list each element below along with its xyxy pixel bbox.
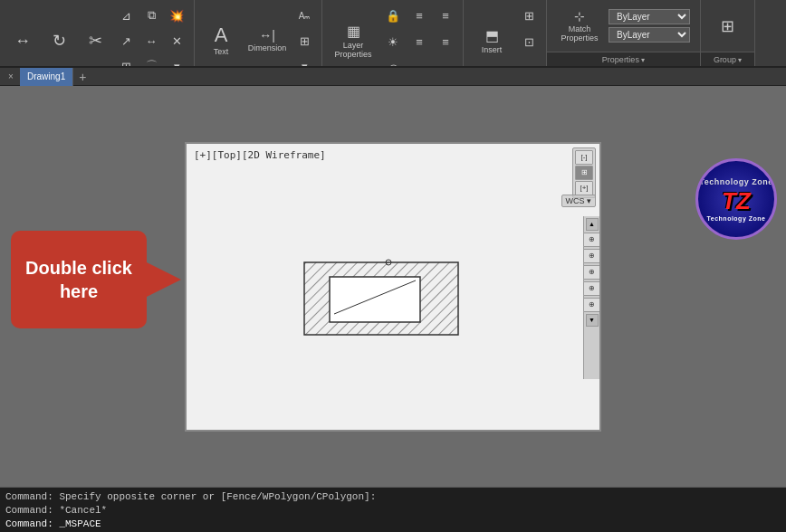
trim-button[interactable]: ✂ (78, 24, 112, 58)
tab-row: × Drawing1 + (0, 68, 786, 86)
tooltip-text: Double click here (11, 247, 147, 312)
ribbon-group-block: ⬒ Insert ⊞ ⊡ ▾ Block (464, 0, 547, 66)
scroll-btn-4[interactable]: ⊕ (583, 265, 601, 280)
dimension-button[interactable]: ↔| Dimension (244, 24, 290, 58)
scroll-up-btn[interactable]: ▲ (586, 218, 599, 231)
array-button[interactable]: ⊞ (114, 54, 138, 68)
modify-group-content: ↔ ↻ ✂ ⊿ ↗ ⊞ ⧉ ↔ ⌒ 💥 ✕ ▾ (0, 0, 194, 68)
group-button[interactable]: ⊞ (710, 9, 746, 43)
viewport-scrollbar[interactable]: ▲ ⊕ ⊕ ⊕ ⊕ ⊕ ▼ (583, 216, 599, 379)
viewport[interactable]: [+][Top][2D Wireframe] [-] ⊞ [+] WCS ▾ ▲… (185, 142, 601, 432)
layer-btn-2[interactable]: ☀ (381, 30, 405, 53)
ribbon-group-annotation: A Text ↔| Dimension Aₘ ⊞ ▾ Annotation (195, 0, 322, 66)
mirror-button[interactable]: ⊿ (114, 4, 138, 27)
tab-add-button[interactable]: + (75, 70, 90, 84)
layer-btn-8[interactable]: ≡ (434, 30, 457, 53)
scale-button[interactable]: ↗ (114, 29, 138, 52)
tab-close-icon[interactable]: × (4, 70, 18, 84)
ribbon: ↔ ↻ ✂ ⊿ ↗ ⊞ ⧉ ↔ ⌒ 💥 ✕ ▾ (0, 0, 786, 68)
block-btn-3[interactable]: ▾ (517, 56, 541, 68)
table-button[interactable]: ⊞ (292, 29, 316, 52)
ribbon-group-group: ⊞ Group (701, 0, 755, 66)
layer-btn-7[interactable]: ≡ (434, 4, 457, 27)
linetype-select[interactable]: ByLayer (609, 9, 690, 24)
properties-group-content: ⊹ Match Properties ByLayer ByLayer (547, 0, 700, 52)
rotate-button[interactable]: ↻ (42, 24, 76, 58)
group-content: ⊞ (701, 0, 754, 52)
tz-sub-text: Technology Zone (707, 215, 766, 222)
cmd-line-3: Command: _MSPACE (4, 518, 782, 530)
double-click-tooltip[interactable]: Double click here (11, 231, 147, 328)
match-properties-button[interactable]: ⊹ Match Properties (552, 6, 607, 46)
cmd-line-2: Command: *Cancel* (4, 504, 782, 517)
lineweight-select[interactable]: ByLayer (609, 27, 690, 43)
command-area: Command: Specify opposite corner or [Fen… (0, 487, 786, 532)
ribbon-group-modify: ↔ ↻ ✂ ⊿ ↗ ⊞ ⧉ ↔ ⌒ 💥 ✕ ▾ (0, 0, 195, 66)
properties-label[interactable]: Properties (547, 52, 700, 66)
layers-group-content: ▦ Layer Properties 🔒 ☀ ◎ ≡ ≡ ≡ ≡ ≡ ≡ (322, 0, 463, 68)
tab-drawing1[interactable]: Drawing1 (20, 68, 73, 86)
mtext-button[interactable]: Aₘ (292, 4, 316, 27)
layer-btn-4[interactable]: ≡ (407, 4, 431, 27)
block-btn-2[interactable]: ⊡ (517, 30, 541, 53)
tz-logo: Technology Zone TZ Technology Zone (695, 158, 777, 240)
move-button[interactable]: ↔ (5, 24, 40, 58)
drawing-area (187, 171, 581, 430)
scroll-down-btn[interactable]: ▼ (586, 314, 599, 327)
group-label[interactable]: Group (701, 52, 754, 66)
copy-button[interactable]: ⧉ (139, 4, 163, 27)
text-button[interactable]: A Text (200, 24, 242, 58)
viewport-ctrl-1[interactable]: [-] (575, 150, 593, 165)
layer-btn-3[interactable]: ◎ (381, 56, 405, 68)
explode-button[interactable]: 💥 (165, 4, 188, 27)
erase-button[interactable]: ✕ (165, 29, 188, 52)
annotation-more-button[interactable]: ▾ (292, 54, 316, 68)
cmd-line-1: Command: Specify opposite corner or [Fen… (4, 490, 782, 503)
stretch-button[interactable]: ↔ (139, 29, 163, 52)
fillet-button[interactable]: ⌒ (139, 54, 163, 68)
tz-main-text: TZ (722, 187, 751, 215)
layer-btn-5[interactable]: ≡ (407, 30, 431, 53)
scroll-btn-3[interactable]: ⊕ (583, 249, 601, 263)
layer-btn-6[interactable]: ≡ (407, 56, 431, 68)
layer-properties-button[interactable]: ▦ Layer Properties (328, 24, 379, 59)
tz-top-text: Technology Zone (699, 177, 772, 186)
annotation-group-content: A Text ↔| Dimension Aₘ ⊞ ▾ (195, 0, 321, 68)
viewport-label: [+][Top][2D Wireframe] (194, 149, 326, 161)
ribbon-group-properties: ⊹ Match Properties ByLayer ByLayer Prope… (547, 0, 701, 66)
scroll-btn-5[interactable]: ⊕ (583, 281, 601, 296)
insert-button[interactable]: ⬒ Insert (469, 24, 514, 59)
svg-rect-2 (330, 277, 420, 322)
more-modify-button[interactable]: ▾ (165, 54, 188, 68)
scroll-btn-2[interactable]: ⊕ (583, 233, 601, 247)
main-area: Double click here [+][Top][2D Wireframe]… (0, 86, 786, 487)
hatch-drawing (302, 255, 465, 346)
scroll-btn-6[interactable]: ⊕ (583, 298, 601, 312)
block-btn-1[interactable]: ⊞ (517, 4, 541, 27)
block-group-content: ⬒ Insert ⊞ ⊡ ▾ (464, 0, 546, 68)
layer-btn-1[interactable]: 🔒 (381, 4, 405, 27)
ribbon-group-layers: ▦ Layer Properties 🔒 ☀ ◎ ≡ ≡ ≡ ≡ ≡ ≡ Lay… (322, 0, 464, 66)
layer-btn-9[interactable]: ≡ (434, 56, 457, 68)
